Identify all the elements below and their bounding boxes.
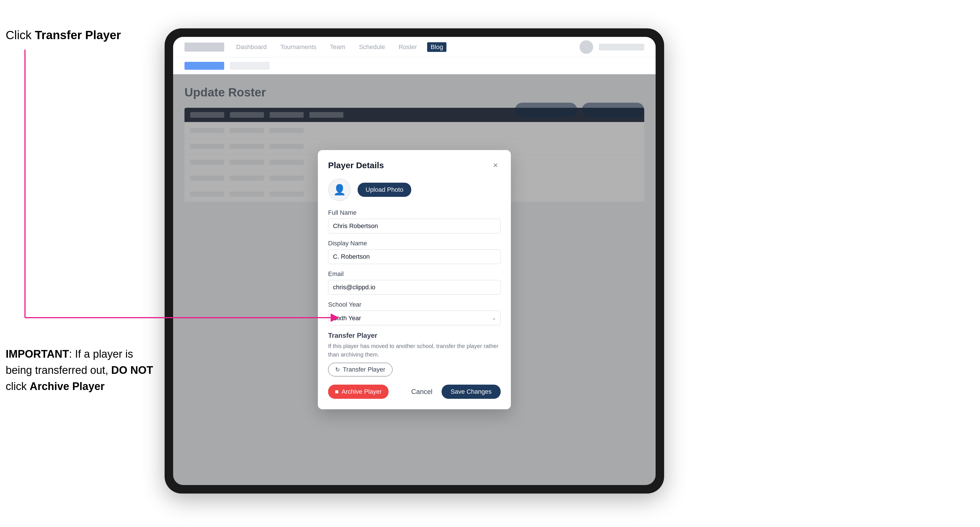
photo-section: 👤 Upload Photo bbox=[328, 178, 501, 201]
annotation-bold: Transfer Player bbox=[35, 29, 121, 42]
annotation-click-text: Click Transfer Player bbox=[6, 29, 121, 42]
important-bold: IMPORTANT bbox=[6, 348, 69, 360]
transfer-section-description: If this player has moved to another scho… bbox=[328, 342, 501, 359]
main-content: Update Roster bbox=[173, 74, 655, 485]
modal-backdrop: Player Details × 👤 Upload Photo Full Nam… bbox=[173, 74, 655, 485]
save-changes-button[interactable]: Save Changes bbox=[442, 385, 501, 399]
modal-footer: ■ Archive Player Cancel Save Changes bbox=[328, 384, 501, 399]
school-year-select-wrapper: Sixth Year ⌄ bbox=[328, 311, 501, 325]
full-name-label: Full Name bbox=[328, 209, 501, 216]
archive-button-label: Archive Player bbox=[341, 388, 382, 395]
transfer-icon: ↻ bbox=[335, 366, 340, 373]
app-header: Dashboard Tournaments Team Schedule Rost… bbox=[173, 37, 655, 57]
annotation-prefix: Click bbox=[6, 29, 35, 42]
app-logo bbox=[185, 43, 224, 52]
transfer-section-title: Transfer Player bbox=[328, 332, 501, 340]
nav-item-dashboard[interactable]: Dashboard bbox=[233, 42, 270, 52]
header-right bbox=[579, 40, 644, 54]
school-year-label: School Year bbox=[328, 301, 501, 308]
cancel-button[interactable]: Cancel bbox=[407, 384, 437, 399]
nav-item-schedule[interactable]: Schedule bbox=[356, 42, 388, 52]
display-name-group: Display Name bbox=[328, 240, 501, 264]
transfer-player-button[interactable]: ↻ Transfer Player bbox=[328, 363, 393, 376]
modal-title: Player Details bbox=[328, 160, 384, 170]
email-input[interactable] bbox=[328, 280, 501, 295]
upload-photo-button[interactable]: Upload Photo bbox=[358, 183, 411, 197]
header-user-info bbox=[599, 44, 644, 51]
full-name-input[interactable] bbox=[328, 219, 501, 233]
archive-icon: ■ bbox=[335, 388, 339, 395]
sub-header-lineup[interactable] bbox=[230, 62, 270, 70]
full-name-group: Full Name bbox=[328, 209, 501, 233]
player-details-modal: Player Details × 👤 Upload Photo Full Nam… bbox=[318, 150, 511, 409]
transfer-button-label: Transfer Player bbox=[343, 366, 385, 373]
do-not-bold: DO NOT bbox=[111, 364, 153, 376]
display-name-input[interactable] bbox=[328, 249, 501, 264]
avatar-icon: 👤 bbox=[333, 184, 346, 196]
modal-close-button[interactable]: × bbox=[490, 160, 501, 170]
display-name-label: Display Name bbox=[328, 240, 501, 247]
nav-item-tournaments[interactable]: Tournaments bbox=[277, 42, 320, 52]
modal-header: Player Details × bbox=[328, 160, 501, 170]
archive-player-button[interactable]: ■ Archive Player bbox=[328, 385, 388, 399]
nav-item-team[interactable]: Team bbox=[327, 42, 349, 52]
sub-header bbox=[173, 57, 655, 74]
transfer-player-section: Transfer Player If this player has moved… bbox=[328, 332, 501, 376]
email-group: Email bbox=[328, 270, 501, 295]
archive-bold: Archive Player bbox=[30, 380, 105, 392]
email-label: Email bbox=[328, 270, 501, 278]
do-not-body: click bbox=[6, 380, 30, 392]
sub-header-roster[interactable] bbox=[185, 62, 224, 70]
header-nav: Dashboard Tournaments Team Schedule Rost… bbox=[233, 42, 571, 52]
nav-item-roster[interactable]: Roster bbox=[395, 42, 420, 52]
avatar-circle: 👤 bbox=[328, 178, 351, 201]
school-year-select[interactable]: Sixth Year bbox=[328, 311, 501, 325]
nav-item-blog[interactable]: Blog bbox=[427, 42, 446, 52]
header-avatar bbox=[579, 40, 593, 54]
school-year-group: School Year Sixth Year ⌄ bbox=[328, 301, 501, 325]
tablet-device: Dashboard Tournaments Team Schedule Rost… bbox=[165, 29, 664, 494]
annotation-important-text: IMPORTANT: If a player is being transfer… bbox=[6, 346, 156, 395]
tablet-screen: Dashboard Tournaments Team Schedule Rost… bbox=[173, 37, 655, 485]
